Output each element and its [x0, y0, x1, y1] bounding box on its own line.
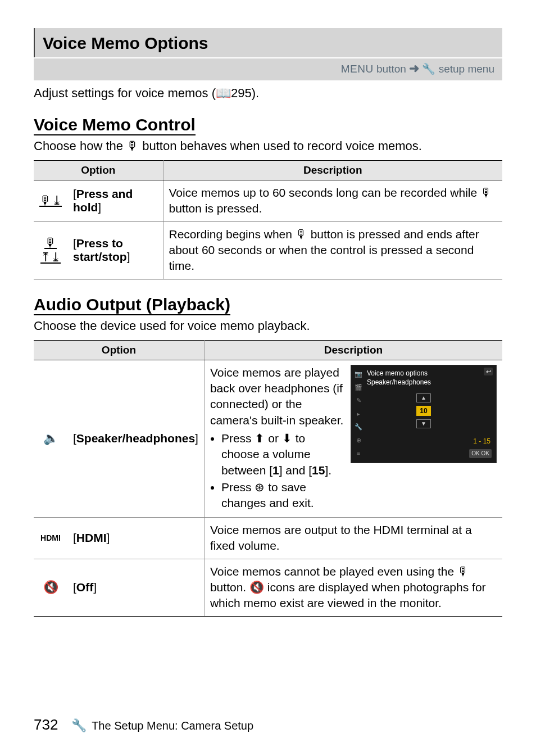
col-option: Option: [34, 161, 163, 180]
desc-text: Voice memos are played back over headpho…: [210, 366, 343, 427]
cam-camera-icon: 📷: [355, 370, 362, 378]
speaker-icon: 🔈: [34, 360, 67, 517]
cam-video-icon: 🎬: [355, 383, 362, 392]
table-row: 🔈 [Speaker/headphones] 📷 🎬 ✎ ▸ 🔧 ⊕ ≡ ↩ V…: [34, 360, 502, 517]
menu-button-text: button: [374, 63, 409, 75]
footer-text: The Setup Menu: Camera Setup: [92, 719, 253, 732]
option-label: [Press and hold]: [67, 180, 163, 222]
cam-range: 1 - 15: [473, 437, 490, 446]
audio-output-heading: Audio Output (Playback): [34, 295, 230, 315]
bullet-b2: 15: [312, 464, 325, 477]
option-desc: Voice memos cannot be played even using …: [204, 559, 502, 616]
cam-play-icon: ▸: [357, 410, 360, 418]
option-icon: 🎙⤓: [34, 180, 67, 222]
audio-output-subtext: Choose the device used for voice memo pl…: [34, 319, 502, 333]
col-option: Option: [34, 340, 204, 360]
section-header: Voice Memo Options: [34, 28, 502, 57]
page-footer: 732 🔧 The Setup Menu: Camera Setup: [34, 716, 253, 734]
option-label-bold: Press to start/stop: [73, 237, 127, 263]
wrench-icon: 🔧: [71, 718, 87, 732]
cam-network-icon: ⊕: [356, 436, 361, 445]
table-row: 🔇 [Off] Voice memos cannot be played eve…: [34, 559, 502, 616]
hdmi-icon: HDMI: [34, 517, 67, 559]
arrow-icon: ➜: [409, 61, 419, 75]
col-description: Description: [163, 161, 502, 180]
bullet-b1: 1: [272, 464, 279, 477]
cam-title: Voice memo options: [367, 369, 428, 378]
camera-menu-screenshot: 📷 🎬 ✎ ▸ 🔧 ⊕ ≡ ↩ Voice memo options Speak…: [351, 365, 497, 463]
option-label: [Press to start/stop]: [67, 221, 163, 279]
cam-up-arrow: ▲: [416, 393, 431, 402]
cam-sidebar: 📷 🎬 ✎ ▸ 🔧 ⊕ ≡: [353, 368, 364, 460]
option-desc: Voice memos up to 60 seconds long can be…: [163, 180, 502, 222]
intro-before: Adjust settings for voice memos (: [34, 86, 216, 100]
book-icon: 📖: [216, 86, 231, 100]
voice-memo-control-subtext: Choose how the 🎙 button behaves when use…: [34, 139, 502, 153]
col-description: Description: [204, 340, 502, 360]
mic-hold-icon: 🎙⤓: [39, 193, 62, 207]
cam-pencil-icon: ✎: [356, 396, 361, 405]
menu-button-label: MENU: [341, 63, 374, 75]
bullet-volume: Press ⬆ or ⬇ to choose a volume between …: [221, 431, 345, 478]
intro-pageref: 295).: [231, 86, 259, 100]
option-label-bold: Speaker/headphones: [76, 432, 195, 445]
bullet-save: Press ⊛ to save changes and exit.: [221, 479, 345, 511]
option-label: [Speaker/headphones]: [67, 360, 204, 517]
cam-down-arrow: ▼: [416, 419, 431, 428]
table-row: HDMI [HDMI] Voice memos are output to th…: [34, 517, 502, 559]
option-desc: 📷 🎬 ✎ ▸ 🔧 ⊕ ≡ ↩ Voice memo options Speak…: [204, 360, 502, 517]
intro-text: Adjust settings for voice memos (📖295).: [34, 86, 502, 101]
mute-icon: 🔇: [34, 559, 67, 616]
option-desc: Recording begins when 🎙 button is presse…: [163, 221, 502, 279]
setup-menu-label: setup menu: [435, 63, 494, 75]
bullet-suffix: ].: [325, 464, 331, 477]
cam-value: 10: [416, 406, 431, 416]
cam-subtitle: Speaker/headphones: [367, 378, 431, 387]
option-icon: 🎙⤒⤓: [34, 221, 67, 279]
mic-startstop-icon: 🎙⤒⤓: [40, 236, 61, 264]
section-title: Voice Memo Options: [43, 34, 494, 53]
table-row: 🎙⤒⤓ [Press to start/stop] Recording begi…: [34, 221, 502, 279]
cam-wrench-icon: 🔧: [355, 423, 362, 431]
option-label-bold: Off: [76, 581, 93, 594]
menu-path: MENU button ➜ 🔧 setup menu: [34, 58, 502, 80]
setup-icon: 🔧: [422, 63, 435, 75]
voice-memo-control-table: Option Description 🎙⤓ [Press and hold] V…: [34, 160, 502, 279]
table-row: 🎙⤓ [Press and hold] Voice memos up to 60…: [34, 180, 502, 222]
page-number: 732: [34, 716, 58, 733]
cam-ok: OK OK: [469, 449, 492, 458]
option-desc: Voice memos are output to the HDMI termi…: [204, 517, 502, 559]
cam-return-icon: ↩: [484, 368, 493, 375]
voice-memo-control-heading: Voice Memo Control: [34, 115, 196, 135]
bullet-mid: ] and [: [279, 464, 312, 477]
audio-output-table: Option Description 🔈 [Speaker/headphones…: [34, 340, 502, 617]
option-label-bold: HDMI: [76, 531, 107, 544]
option-label-bold: Press and hold: [73, 187, 133, 214]
cam-menu-icon: ≡: [357, 449, 360, 458]
option-label: [HDMI]: [67, 517, 204, 559]
option-label: [Off]: [67, 559, 204, 616]
